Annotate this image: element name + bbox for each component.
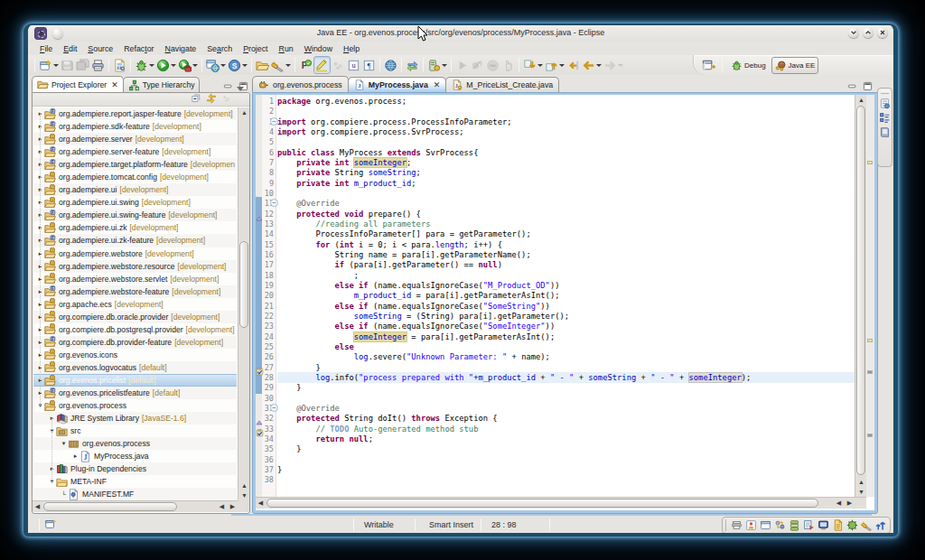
menu-edit[interactable]: Edit (59, 43, 81, 54)
suspend-button[interactable] (500, 56, 516, 74)
overview-mark[interactable] (867, 161, 873, 164)
tree-item[interactable]: ▸org.compiere.db.postgresql.provider[dev… (33, 323, 237, 336)
maximize-button[interactable] (863, 27, 874, 38)
menu-run[interactable]: Run (275, 43, 298, 54)
minimized-documentation[interactable] (878, 125, 892, 139)
tray-print[interactable] (731, 519, 743, 531)
next-annotation-button-dropdown[interactable] (537, 56, 543, 74)
editor-tab-close-icon[interactable]: ✕ (434, 80, 441, 89)
line-number-ruler[interactable]: 1234567891011121314151617181920212223242… (262, 95, 276, 497)
tree-item[interactable]: ▸Plug-in Dependencies (33, 462, 237, 475)
menu-window[interactable]: Window (300, 43, 337, 54)
new-wizard-button-dropdown[interactable] (52, 56, 59, 74)
menu-project[interactable]: Project (238, 43, 272, 54)
terminate-button[interactable] (485, 56, 500, 74)
menu-source[interactable]: Source (83, 43, 117, 54)
new-wizard-button[interactable] (38, 56, 60, 74)
menu-help[interactable]: Help (339, 43, 364, 54)
run-button[interactable] (155, 56, 177, 74)
perspective-java-ee[interactable]: Java EE (771, 57, 819, 74)
last-edit-location-button[interactable] (565, 56, 581, 74)
tray-console[interactable] (818, 519, 829, 531)
close-button[interactable] (877, 27, 888, 38)
tree-item[interactable]: ▸org.adempiere.target.platform-feature[d… (33, 158, 237, 171)
minimized-outline[interactable] (878, 110, 892, 125)
tree-item[interactable]: ▸org.apache.ecs[development] (33, 298, 237, 311)
tree-item[interactable]: ▾src (33, 425, 237, 437)
tree-item[interactable]: ▸MyProcess.java (33, 450, 237, 462)
editor-tab-org-evenos-process[interactable]: org.evenos.process (252, 76, 349, 92)
editor-vertical-scrollbar[interactable]: ▲ ▲ ▼ (855, 95, 866, 497)
run-external-tools-button-dropdown[interactable] (192, 56, 198, 74)
tree-item[interactable]: ▸JRE System Library[JavaSE-1.6] (33, 412, 237, 425)
tray-markers[interactable] (745, 519, 757, 531)
tree-item[interactable]: └MANIFEST.MF (33, 488, 237, 500)
editor-minimize-icon[interactable] (847, 79, 857, 95)
task-marker-icon[interactable] (256, 363, 263, 371)
fast-view-button[interactable] (44, 518, 57, 530)
editor-horizontal-scrollbar[interactable]: ◀ ◀ ▶ (256, 497, 855, 509)
overview-mark[interactable] (867, 370, 873, 374)
tray-progress[interactable] (846, 519, 858, 531)
overview-ruler[interactable] (866, 95, 874, 497)
tray-data-source-explorer[interactable] (774, 519, 786, 531)
tree-item[interactable]: ▸org.compiere.db.provider-feature[develo… (33, 336, 237, 349)
tree-item[interactable]: ▸org.adempiere.ui.zk[development] (33, 221, 237, 234)
view-tab-project-explorer[interactable]: Project Explorer✕ (32, 76, 124, 92)
print-button[interactable] (90, 56, 106, 74)
titlebar[interactable]: Java EE - org.evenos.process/src/org/eve… (28, 25, 893, 42)
next-annotation-button[interactable] (522, 56, 544, 74)
forward-button-dropdown[interactable] (617, 56, 623, 74)
annotations-button[interactable] (331, 56, 346, 74)
previous-annotation-button-dropdown[interactable] (558, 56, 565, 74)
java-element-button[interactable] (426, 56, 448, 74)
tray-restore-views[interactable] (875, 519, 887, 531)
menu-search[interactable]: Search (202, 43, 237, 54)
open-artifact-button[interactable] (255, 56, 270, 74)
run-button-dropdown[interactable] (170, 56, 176, 74)
link-with-editor-button[interactable] (405, 56, 420, 74)
explorer-vertical-scrollbar[interactable]: ▲ ▲ ▼ (238, 107, 249, 500)
mark-occurrences-toggle[interactable] (313, 56, 331, 74)
open-perspective-button[interactable] (701, 56, 716, 74)
java-element-button-dropdown[interactable] (441, 56, 447, 74)
focus-icon[interactable] (221, 91, 232, 107)
expand-arrow-icon[interactable]: ▸ (71, 453, 79, 460)
override-marker-icon[interactable] (256, 414, 263, 422)
forward-button[interactable] (603, 56, 624, 74)
new-web-project-button-dropdown[interactable] (220, 56, 226, 74)
new-web-project-button[interactable] (205, 56, 227, 74)
fold-collapse-icon[interactable]: − (270, 117, 278, 126)
tree-item[interactable]: ▸org.evenos.icons (33, 349, 237, 361)
link-with-editor-icon[interactable] (206, 91, 217, 107)
back-button-dropdown[interactable] (595, 56, 602, 74)
show-whitespace-toggle[interactable] (361, 56, 377, 74)
minimized-task-list[interactable] (878, 96, 892, 110)
debug-button-dropdown[interactable] (148, 56, 154, 74)
annotation-ruler[interactable] (256, 95, 262, 497)
tray-snippets[interactable] (803, 519, 815, 531)
tree-item[interactable]: ▸org.adempiere.server[development] (33, 133, 237, 145)
open-web-browser-button[interactable] (383, 56, 398, 74)
override-marker-icon[interactable] (256, 210, 263, 218)
save-button[interactable] (60, 56, 75, 74)
menu-refactor[interactable]: Refactor (119, 43, 158, 54)
code-editor[interactable]: package org.evenos.process;import org.co… (277, 95, 855, 497)
tree-item[interactable]: ▸org.adempiere.report.jasper-feature[dev… (33, 107, 237, 120)
debug-button[interactable] (134, 56, 155, 74)
tree-item[interactable]: ▸org.adempiere.webstore[development] (33, 247, 237, 260)
perspective-debug[interactable]: Debug (728, 58, 769, 73)
editor-maximize-icon[interactable] (863, 79, 873, 95)
explorer-horizontal-scrollbar[interactable]: ◀ ◀ ▶ (33, 500, 238, 512)
tree-item[interactable]: ▸org.adempiere.ui.swing-feature[developm… (33, 209, 237, 221)
tree-item[interactable]: ▸org.evenos.pricelist[default] (33, 374, 237, 387)
tree-item[interactable]: ▸org.evenos.pricelistfeature[default] (33, 387, 237, 399)
tree-item[interactable]: ▸org.adempiere.sdk-feature[development] (33, 120, 237, 133)
tree-item[interactable]: ▾org.evenos.process (33, 437, 237, 450)
menu-file[interactable]: File (35, 43, 57, 54)
run-external-tools-button[interactable] (177, 56, 199, 74)
tree-item[interactable]: ▸org.adempiere.ui[development] (33, 183, 237, 196)
show-selected-element-toggle[interactable] (346, 56, 361, 74)
collapse-arrow-icon[interactable]: ▾ (60, 440, 68, 447)
open-type-button[interactable] (298, 56, 313, 74)
